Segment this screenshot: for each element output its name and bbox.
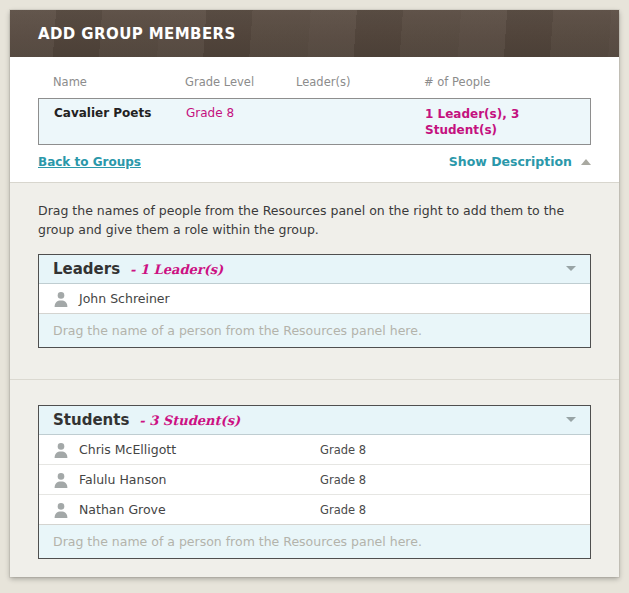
leaders-section: Drag the names of people from the Resour… bbox=[10, 182, 619, 378]
group-grade-level-cell: Grade 8 bbox=[186, 106, 297, 120]
links-row: Back to Groups Show Description bbox=[38, 154, 591, 182]
student-member-row[interactable]: Nathan Grove Grade 8 bbox=[39, 494, 590, 524]
column-header-leaders: Leader(s) bbox=[296, 69, 424, 98]
member-name: John Schreiner bbox=[79, 291, 170, 306]
leaders-count-badge: - 1 Leader(s) bbox=[130, 262, 223, 277]
member-grade: Grade 8 bbox=[320, 503, 366, 517]
member-name: Nathan Grove bbox=[79, 502, 166, 517]
students-count-badge: - 3 Student(s) bbox=[139, 413, 240, 428]
table-row[interactable]: Cavalier Poets Grade 8 1 Leader(s), 3 St… bbox=[38, 98, 591, 145]
chevron-down-icon bbox=[566, 266, 576, 271]
students-panel: Students - 3 Student(s) Chris McElligott… bbox=[38, 405, 591, 559]
group-num-people-cell: 1 Leader(s), 3 Student(s) bbox=[425, 106, 577, 138]
triangle-up-icon bbox=[581, 159, 591, 165]
drag-instructions-text: Drag the names of people from the Resour… bbox=[38, 202, 591, 238]
column-header-name: Name bbox=[38, 69, 185, 98]
student-member-row[interactable]: Falulu Hanson Grade 8 bbox=[39, 464, 590, 494]
group-name-cell: Cavalier Poets bbox=[39, 106, 186, 120]
leaders-dropzone[interactable]: Drag the name of a person from the Resou… bbox=[39, 313, 590, 347]
leaders-panel-title: Leaders bbox=[53, 260, 120, 278]
member-grade: Grade 8 bbox=[320, 443, 366, 457]
member-grade: Grade 8 bbox=[320, 473, 366, 487]
students-dropzone[interactable]: Drag the name of a person from the Resou… bbox=[39, 524, 590, 558]
student-member-row[interactable]: Chris McElligott Grade 8 bbox=[39, 434, 590, 464]
person-icon bbox=[53, 472, 69, 488]
page-title: ADD GROUP MEMBERS bbox=[38, 25, 236, 43]
member-name: Falulu Hanson bbox=[79, 472, 167, 487]
leaders-panel-header[interactable]: Leaders - 1 Leader(s) bbox=[39, 255, 590, 283]
add-group-members-window: ADD GROUP MEMBERS Name Grade Level Leade… bbox=[10, 10, 619, 577]
students-section: Students - 3 Student(s) Chris McElligott… bbox=[10, 379, 619, 577]
show-description-toggle[interactable]: Show Description bbox=[449, 154, 591, 169]
person-icon bbox=[53, 502, 69, 518]
member-name: Chris McElligott bbox=[79, 442, 176, 457]
chevron-down-icon bbox=[566, 417, 576, 422]
window-header: ADD GROUP MEMBERS bbox=[10, 10, 619, 57]
group-summary-section: Name Grade Level Leader(s) # of People C… bbox=[10, 57, 619, 182]
column-header-num-people: # of People bbox=[424, 69, 600, 98]
table-header-row: Name Grade Level Leader(s) # of People bbox=[38, 69, 591, 98]
person-icon bbox=[53, 442, 69, 458]
leader-member-row[interactable]: John Schreiner bbox=[39, 283, 590, 313]
column-header-grade-level: Grade Level bbox=[185, 69, 296, 98]
person-icon bbox=[53, 291, 69, 307]
students-panel-title: Students bbox=[53, 411, 129, 429]
leaders-panel: Leaders - 1 Leader(s) John Schreiner Dra… bbox=[38, 254, 591, 348]
show-description-label: Show Description bbox=[449, 154, 572, 169]
back-to-groups-link[interactable]: Back to Groups bbox=[38, 155, 141, 169]
students-panel-header[interactable]: Students - 3 Student(s) bbox=[39, 406, 590, 434]
